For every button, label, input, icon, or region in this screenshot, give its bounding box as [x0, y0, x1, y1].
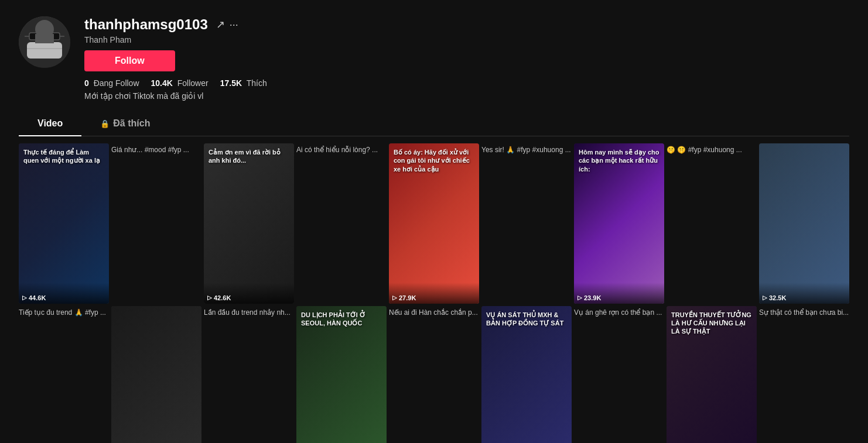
- view-count-value: 42.6K: [214, 294, 231, 301]
- video-card[interactable]: Bố có áy: Hãy đối xử với con gái tôi như…: [389, 143, 479, 304]
- video-overlay-text: TRUYỀN THUYẾT TƯỞNG LÀ HƯ CẤU NHƯNG LẠI …: [671, 311, 752, 336]
- video-card[interactable]: DU LỊCH PHẢI TỚI Ở SEOUL, HÀN QUỐC ▷ 19.…: [296, 306, 387, 443]
- play-icon: ▷: [207, 294, 212, 301]
- followers-count: 10.4K: [151, 78, 173, 88]
- view-count-value: 23.9K: [584, 294, 601, 301]
- tab-video[interactable]: Video: [19, 111, 81, 136]
- video-overlay-text: DU LỊCH PHẢI TỚI Ở SEOUL, HÀN QUỐC: [301, 311, 382, 328]
- tab-liked-label: Đã thích: [113, 118, 150, 129]
- profile-display-name: Thanh Pham: [84, 35, 849, 44]
- svg-rect-6: [27, 42, 62, 59]
- following-stat: 0 Đang Follow: [84, 78, 139, 88]
- video-card[interactable]: ▷ 24.5K: [111, 306, 201, 443]
- video-caption: Lần đầu đu trend nhảy nh...: [204, 308, 294, 443]
- view-count: ▷ 44.6K: [22, 294, 105, 301]
- tab-liked[interactable]: 🔒 Đã thích: [81, 111, 169, 136]
- video-caption: Giá như... #mood #fyp ...: [111, 146, 201, 304]
- play-icon: ▷: [763, 294, 767, 301]
- view-count-value: 44.6K: [29, 294, 46, 301]
- likes-stat: 17.5K Thích: [220, 78, 267, 88]
- lock-icon: 🔒: [100, 119, 110, 128]
- profile-username: thanhphamsg0103: [84, 16, 208, 33]
- view-count: ▷ 27.9K: [392, 294, 476, 301]
- followers-stat: 10.4K Follower: [151, 78, 209, 88]
- play-icon: ▷: [577, 294, 582, 301]
- view-count: ▷ 42.6K: [207, 294, 291, 301]
- video-overlay-text: Thực tế đáng để Làm quen với một người x…: [23, 148, 104, 165]
- play-icon: ▷: [392, 294, 397, 301]
- play-icon: ▷: [22, 294, 27, 301]
- likes-label: Thích: [247, 78, 267, 88]
- likes-count: 17.5K: [220, 78, 242, 88]
- following-count: 0: [84, 78, 89, 88]
- video-overlay-text: Hôm nay mình sẽ dạy cho các bạn một hack…: [579, 148, 659, 173]
- video-card[interactable]: VỤ ÁN SÁT THỦ MXH & BẢN HỢP ĐỒNG TỰ SÁT …: [481, 306, 572, 443]
- video-meta: ▷ 27.9K: [389, 283, 479, 304]
- share-icon[interactable]: ↗: [216, 18, 225, 31]
- video-meta: ▷ 42.6K: [204, 283, 294, 304]
- video-meta: ▷ 44.6K: [19, 283, 109, 304]
- tab-video-label: Video: [37, 118, 63, 129]
- view-count: ▷ 23.9K: [577, 294, 661, 301]
- video-caption: Ai có thể hiểu nỗi lòng? ...: [296, 146, 387, 304]
- video-caption: Vụ án ghê rợn có thể bạn ...: [574, 308, 664, 443]
- video-caption: 🤫 🤫 #fyp #xuhuong ...: [667, 146, 757, 304]
- video-card[interactable]: Cảm ơn em vì đã rời bỏ anh khi đó... ▷ 4…: [204, 143, 294, 304]
- video-caption: Yes sir! 🙏 #fyp #xuhuong ...: [481, 146, 572, 304]
- follow-button[interactable]: Follow: [84, 50, 175, 71]
- video-meta: ▷ 23.9K: [574, 283, 664, 304]
- tabs-bar: Video 🔒 Đã thích: [19, 111, 849, 136]
- video-overlay-text: Cảm ơn em vì đã rời bỏ anh khi đó...: [209, 148, 289, 165]
- video-caption: Nếu ai đi Hàn chắc chắn p...: [389, 308, 479, 443]
- video-caption: Tiếp tục đu trend 🙏 #fyp ...: [19, 308, 109, 443]
- profile-header: thanhphamsg0103 ↗ ··· Thanh Pham Follow …: [0, 0, 868, 101]
- video-card[interactable]: TRUYỀN THUYẾT TƯỞNG LÀ HƯ CẤU NHƯNG LẠI …: [667, 306, 757, 443]
- view-count-value: 27.9K: [399, 294, 416, 301]
- view-count-value: 32.5K: [769, 294, 786, 301]
- video-card[interactable]: Thực tế đáng để Làm quen với một người x…: [19, 143, 109, 304]
- video-caption: Sự thật có thể bạn chưa bi...: [759, 308, 849, 443]
- video-card[interactable]: Hôm nay mình sẽ dạy cho các bạn một hack…: [574, 143, 664, 304]
- video-overlay-text: VỤ ÁN SÁT THỦ MXH & BẢN HỢP ĐỒNG TỰ SÁT: [486, 311, 567, 328]
- video-grid: Thực tế đáng để Làm quen với một người x…: [0, 136, 868, 443]
- stats-row: 0 Đang Follow 10.4K Follower 17.5K Thích: [84, 78, 849, 88]
- svg-rect-9: [35, 34, 54, 43]
- following-label: Đang Follow: [94, 78, 139, 88]
- view-count: ▷ 32.5K: [763, 294, 846, 301]
- video-card[interactable]: ▷ 32.5K: [759, 143, 849, 304]
- profile-bio: Mới tập chơi Tiktok mà đã giỏi vl: [84, 91, 849, 101]
- profile-info: thanhphamsg0103 ↗ ··· Thanh Pham Follow …: [84, 16, 849, 101]
- video-meta: ▷ 32.5K: [759, 283, 849, 304]
- video-overlay-text: Bố có áy: Hãy đối xử với con gái tôi như…: [394, 148, 474, 173]
- avatar: [19, 16, 70, 68]
- more-icon[interactable]: ···: [230, 19, 238, 31]
- followers-label: Follower: [177, 78, 209, 88]
